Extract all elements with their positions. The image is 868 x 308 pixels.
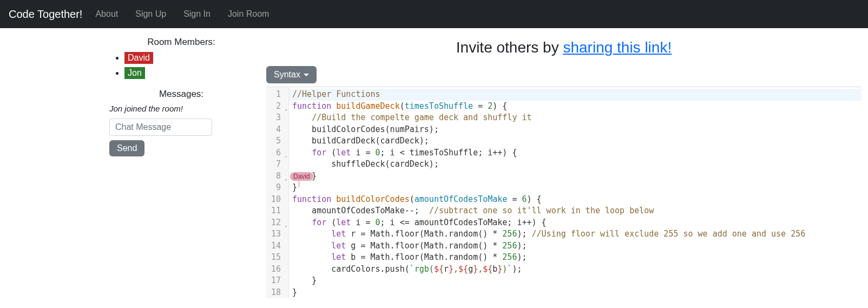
remote-cursor-label: David [290, 172, 313, 181]
line-number: 15 [266, 252, 288, 264]
members-list: DavidJon [109, 52, 253, 79]
code-line[interactable]: function buildColorCodes(amountOfCodesTo… [289, 194, 862, 206]
line-number: 3 [266, 112, 288, 124]
invite-heading: Invite others by sharing this link! [266, 39, 862, 56]
line-number: 7 [266, 159, 288, 171]
system-message: Jon joined the room! [109, 104, 253, 113]
send-button[interactable]: Send [109, 140, 144, 156]
code-line[interactable]: let r = Math.floor(Math.random() * 256);… [289, 228, 862, 240]
nav-join-room[interactable]: Join Room [228, 9, 269, 19]
line-number: 11 [266, 205, 288, 217]
member-item: Jon [124, 67, 253, 79]
nav-sign-in[interactable]: Sign In [183, 9, 211, 19]
invite-link[interactable]: sharing this link! [563, 39, 672, 56]
code-line[interactable]: } [289, 171, 862, 182]
code-line[interactable]: } [289, 182, 862, 194]
code-line[interactable]: for (let i = 0; i < timesToShuffle; i++)… [289, 147, 862, 159]
nav-sign-up[interactable]: Sign Up [135, 9, 166, 19]
code-line[interactable]: buildColorCodes(numPairs); [289, 124, 862, 136]
line-number: 13 [266, 228, 288, 240]
line-number: 6▾ [266, 147, 288, 159]
line-number: 5 [266, 135, 288, 147]
line-number: 17 [266, 275, 288, 287]
invite-prefix: Invite others by [456, 39, 563, 56]
code-line[interactable]: } [289, 275, 862, 287]
code-line[interactable]: shuffleDeck(cardDeck); [289, 159, 862, 171]
code-content[interactable]: //Helper Functionsfunction buildGameDeck… [289, 87, 862, 298]
line-number: 1 [266, 89, 288, 101]
top-navbar: Code Together! About Sign Up Sign In Joi… [0, 0, 868, 28]
messages-title: Messages: [109, 89, 253, 100]
line-number: 10 [266, 194, 288, 206]
code-line[interactable]: //Helper Functions [289, 89, 862, 101]
syntax-label: Syntax [274, 70, 300, 80]
main-area: Invite others by sharing this link! Synt… [260, 35, 868, 298]
line-number: 8▾ [266, 171, 288, 182]
code-line[interactable]: function buildGameDeck(timesToShuffle = … [289, 101, 862, 113]
line-number: 12▾ [266, 217, 288, 229]
line-number: 2▾ [266, 101, 288, 113]
code-line[interactable]: let g = Math.floor(Math.random() * 256); [289, 240, 862, 252]
code-line[interactable]: //Build the compelte game deck and shuff… [289, 112, 862, 124]
code-editor[interactable]: 12▾3456▾78▾9101112▾131415161718 //Helper… [266, 87, 862, 298]
code-line[interactable]: amountOfCodesToMake--; //subtract one so… [289, 205, 862, 217]
line-number: 14 [266, 240, 288, 252]
sidebar: Room Members: DavidJon Messages: Jon joi… [103, 35, 260, 298]
chevron-down-icon [304, 74, 309, 76]
room-members-title: Room Members: [109, 37, 253, 48]
member-item: David [124, 52, 253, 64]
member-badge: Jon [124, 67, 145, 79]
code-line[interactable]: let b = Math.floor(Math.random() * 256); [289, 252, 862, 264]
line-number: 4 [266, 124, 288, 136]
code-line[interactable]: for (let i = 0; i <= amountOfCodesToMake… [289, 217, 862, 229]
line-gutter: 12▾3456▾78▾9101112▾131415161718 [266, 87, 289, 298]
code-line[interactable]: } [289, 287, 862, 299]
syntax-dropdown-button[interactable]: Syntax [266, 66, 317, 83]
chat-input[interactable] [109, 119, 212, 136]
member-badge: David [124, 52, 153, 64]
line-number: 9 [266, 182, 288, 194]
line-number: 18 [266, 287, 288, 299]
brand-link[interactable]: Code Together! [9, 8, 82, 21]
code-line[interactable]: cardColors.push(`rgb(${r},${g},${b})`); [289, 264, 862, 276]
code-line[interactable]: buildCardDeck(cardDeck); [289, 135, 862, 147]
nav-about[interactable]: About [95, 9, 118, 19]
line-number: 16 [266, 264, 288, 276]
